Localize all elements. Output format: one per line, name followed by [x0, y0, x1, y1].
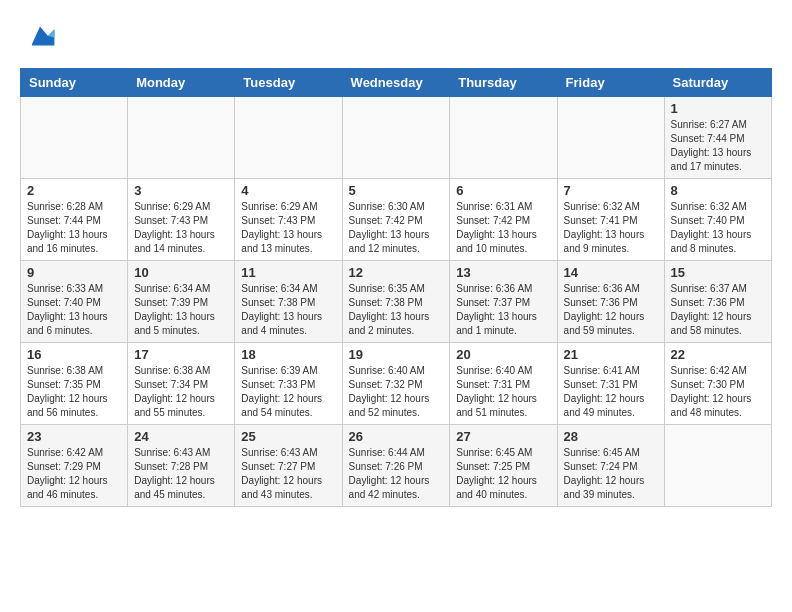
day-info: Sunrise: 6:45 AM Sunset: 7:25 PM Dayligh… [456, 446, 550, 502]
day-info: Sunrise: 6:32 AM Sunset: 7:41 PM Dayligh… [564, 200, 658, 256]
day-number: 18 [241, 347, 335, 362]
calendar-cell [342, 97, 450, 179]
calendar-week-row: 9Sunrise: 6:33 AM Sunset: 7:40 PM Daylig… [21, 261, 772, 343]
day-info: Sunrise: 6:36 AM Sunset: 7:36 PM Dayligh… [564, 282, 658, 338]
calendar-cell [557, 97, 664, 179]
calendar-cell [450, 97, 557, 179]
calendar-cell: 25Sunrise: 6:43 AM Sunset: 7:27 PM Dayli… [235, 425, 342, 507]
day-info: Sunrise: 6:35 AM Sunset: 7:38 PM Dayligh… [349, 282, 444, 338]
day-number: 16 [27, 347, 121, 362]
calendar-table: SundayMondayTuesdayWednesdayThursdayFrid… [20, 68, 772, 507]
day-info: Sunrise: 6:36 AM Sunset: 7:37 PM Dayligh… [456, 282, 550, 338]
day-info: Sunrise: 6:34 AM Sunset: 7:39 PM Dayligh… [134, 282, 228, 338]
day-number: 19 [349, 347, 444, 362]
calendar-cell: 28Sunrise: 6:45 AM Sunset: 7:24 PM Dayli… [557, 425, 664, 507]
day-number: 26 [349, 429, 444, 444]
day-info: Sunrise: 6:31 AM Sunset: 7:42 PM Dayligh… [456, 200, 550, 256]
calendar-week-row: 23Sunrise: 6:42 AM Sunset: 7:29 PM Dayli… [21, 425, 772, 507]
calendar-cell [664, 425, 771, 507]
calendar-week-row: 1Sunrise: 6:27 AM Sunset: 7:44 PM Daylig… [21, 97, 772, 179]
day-number: 23 [27, 429, 121, 444]
day-number: 21 [564, 347, 658, 362]
weekday-header-sunday: Sunday [21, 69, 128, 97]
calendar-cell [235, 97, 342, 179]
calendar-week-row: 16Sunrise: 6:38 AM Sunset: 7:35 PM Dayli… [21, 343, 772, 425]
weekday-header-wednesday: Wednesday [342, 69, 450, 97]
day-number: 24 [134, 429, 228, 444]
day-number: 12 [349, 265, 444, 280]
day-number: 2 [27, 183, 121, 198]
calendar-cell: 12Sunrise: 6:35 AM Sunset: 7:38 PM Dayli… [342, 261, 450, 343]
calendar-cell: 14Sunrise: 6:36 AM Sunset: 7:36 PM Dayli… [557, 261, 664, 343]
weekday-header-friday: Friday [557, 69, 664, 97]
calendar-cell: 19Sunrise: 6:40 AM Sunset: 7:32 PM Dayli… [342, 343, 450, 425]
day-number: 28 [564, 429, 658, 444]
day-info: Sunrise: 6:43 AM Sunset: 7:27 PM Dayligh… [241, 446, 335, 502]
calendar-cell: 21Sunrise: 6:41 AM Sunset: 7:31 PM Dayli… [557, 343, 664, 425]
logo [20, 20, 56, 52]
day-number: 22 [671, 347, 765, 362]
calendar-cell: 18Sunrise: 6:39 AM Sunset: 7:33 PM Dayli… [235, 343, 342, 425]
day-number: 9 [27, 265, 121, 280]
calendar-cell: 13Sunrise: 6:36 AM Sunset: 7:37 PM Dayli… [450, 261, 557, 343]
day-info: Sunrise: 6:38 AM Sunset: 7:34 PM Dayligh… [134, 364, 228, 420]
day-number: 13 [456, 265, 550, 280]
calendar-cell: 15Sunrise: 6:37 AM Sunset: 7:36 PM Dayli… [664, 261, 771, 343]
weekday-header-tuesday: Tuesday [235, 69, 342, 97]
calendar-cell: 17Sunrise: 6:38 AM Sunset: 7:34 PM Dayli… [128, 343, 235, 425]
logo-icon [24, 20, 56, 52]
calendar-cell: 22Sunrise: 6:42 AM Sunset: 7:30 PM Dayli… [664, 343, 771, 425]
calendar-cell: 26Sunrise: 6:44 AM Sunset: 7:26 PM Dayli… [342, 425, 450, 507]
calendar-cell: 27Sunrise: 6:45 AM Sunset: 7:25 PM Dayli… [450, 425, 557, 507]
calendar-cell: 8Sunrise: 6:32 AM Sunset: 7:40 PM Daylig… [664, 179, 771, 261]
day-info: Sunrise: 6:37 AM Sunset: 7:36 PM Dayligh… [671, 282, 765, 338]
calendar-cell: 16Sunrise: 6:38 AM Sunset: 7:35 PM Dayli… [21, 343, 128, 425]
calendar-cell [128, 97, 235, 179]
day-number: 27 [456, 429, 550, 444]
day-info: Sunrise: 6:40 AM Sunset: 7:32 PM Dayligh… [349, 364, 444, 420]
page-header [20, 20, 772, 52]
calendar-cell: 10Sunrise: 6:34 AM Sunset: 7:39 PM Dayli… [128, 261, 235, 343]
day-info: Sunrise: 6:40 AM Sunset: 7:31 PM Dayligh… [456, 364, 550, 420]
day-info: Sunrise: 6:42 AM Sunset: 7:29 PM Dayligh… [27, 446, 121, 502]
calendar-cell: 6Sunrise: 6:31 AM Sunset: 7:42 PM Daylig… [450, 179, 557, 261]
day-info: Sunrise: 6:33 AM Sunset: 7:40 PM Dayligh… [27, 282, 121, 338]
day-info: Sunrise: 6:42 AM Sunset: 7:30 PM Dayligh… [671, 364, 765, 420]
calendar-cell: 4Sunrise: 6:29 AM Sunset: 7:43 PM Daylig… [235, 179, 342, 261]
calendar-cell: 2Sunrise: 6:28 AM Sunset: 7:44 PM Daylig… [21, 179, 128, 261]
day-number: 5 [349, 183, 444, 198]
day-info: Sunrise: 6:30 AM Sunset: 7:42 PM Dayligh… [349, 200, 444, 256]
day-info: Sunrise: 6:27 AM Sunset: 7:44 PM Dayligh… [671, 118, 765, 174]
calendar-cell: 20Sunrise: 6:40 AM Sunset: 7:31 PM Dayli… [450, 343, 557, 425]
calendar-cell: 5Sunrise: 6:30 AM Sunset: 7:42 PM Daylig… [342, 179, 450, 261]
weekday-header-thursday: Thursday [450, 69, 557, 97]
day-info: Sunrise: 6:28 AM Sunset: 7:44 PM Dayligh… [27, 200, 121, 256]
calendar-cell: 9Sunrise: 6:33 AM Sunset: 7:40 PM Daylig… [21, 261, 128, 343]
day-info: Sunrise: 6:34 AM Sunset: 7:38 PM Dayligh… [241, 282, 335, 338]
calendar-cell: 1Sunrise: 6:27 AM Sunset: 7:44 PM Daylig… [664, 97, 771, 179]
calendar-header-row: SundayMondayTuesdayWednesdayThursdayFrid… [21, 69, 772, 97]
day-info: Sunrise: 6:38 AM Sunset: 7:35 PM Dayligh… [27, 364, 121, 420]
calendar-cell: 23Sunrise: 6:42 AM Sunset: 7:29 PM Dayli… [21, 425, 128, 507]
day-info: Sunrise: 6:29 AM Sunset: 7:43 PM Dayligh… [134, 200, 228, 256]
day-info: Sunrise: 6:43 AM Sunset: 7:28 PM Dayligh… [134, 446, 228, 502]
day-number: 15 [671, 265, 765, 280]
weekday-header-saturday: Saturday [664, 69, 771, 97]
day-info: Sunrise: 6:41 AM Sunset: 7:31 PM Dayligh… [564, 364, 658, 420]
day-number: 1 [671, 101, 765, 116]
day-info: Sunrise: 6:45 AM Sunset: 7:24 PM Dayligh… [564, 446, 658, 502]
day-number: 3 [134, 183, 228, 198]
calendar-cell [21, 97, 128, 179]
day-number: 17 [134, 347, 228, 362]
weekday-header-monday: Monday [128, 69, 235, 97]
day-number: 11 [241, 265, 335, 280]
calendar-cell: 24Sunrise: 6:43 AM Sunset: 7:28 PM Dayli… [128, 425, 235, 507]
day-number: 25 [241, 429, 335, 444]
calendar-cell: 11Sunrise: 6:34 AM Sunset: 7:38 PM Dayli… [235, 261, 342, 343]
day-number: 4 [241, 183, 335, 198]
calendar-week-row: 2Sunrise: 6:28 AM Sunset: 7:44 PM Daylig… [21, 179, 772, 261]
day-number: 6 [456, 183, 550, 198]
day-number: 14 [564, 265, 658, 280]
day-number: 10 [134, 265, 228, 280]
day-number: 7 [564, 183, 658, 198]
